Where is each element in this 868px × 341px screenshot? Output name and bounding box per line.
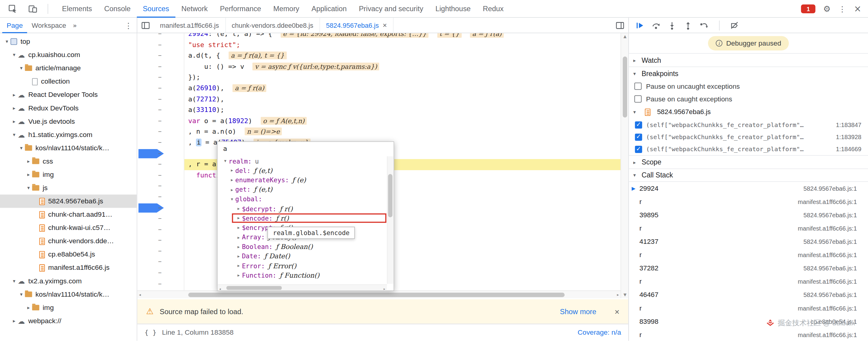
fold-marker[interactable]: − (137, 181, 184, 192)
code-line[interactable] (184, 224, 188, 235)
fold-marker[interactable]: − (137, 246, 184, 257)
fold-marker[interactable]: − (137, 61, 184, 72)
scroll-left-icon[interactable]: ◂ (219, 286, 221, 290)
fold-marker[interactable]: − (137, 137, 184, 148)
popup-property-global[interactable]: global: (218, 194, 386, 204)
tab-network[interactable]: Network (176, 0, 214, 18)
fold-marker[interactable]: − (137, 72, 184, 83)
fold-marker[interactable]: − (137, 192, 184, 202)
fold-marker[interactable]: − (137, 214, 184, 224)
popup-property-boolean[interactable]: Boolean:ƒ Boolean() (218, 242, 386, 252)
code-line[interactable]: , n = a.n(o) n = ()=>e (184, 126, 282, 137)
fold-marker[interactable]: − (137, 268, 184, 279)
more-tabs-icon[interactable]: » (73, 22, 77, 29)
pause-uncaught-checkbox[interactable] (634, 83, 642, 90)
chevron-down-icon[interactable] (222, 159, 229, 164)
chevron-right-icon[interactable] (236, 216, 242, 221)
tree-item-manifest-a1ff6c66-js[interactable]: manifest.a1ff6c66.js (0, 261, 137, 274)
code-line[interactable]: a(26910), a = ƒ r(a) (184, 83, 267, 94)
chevron-right-icon[interactable] (229, 178, 236, 183)
tab-memory[interactable]: Memory (267, 0, 306, 18)
step-out-icon[interactable] (684, 21, 692, 30)
popup-property-del[interactable]: del:ƒ (e,t) (218, 166, 386, 176)
tree-item-img[interactable]: img (0, 301, 137, 314)
chevron-right-icon[interactable] (229, 187, 236, 192)
code-line[interactable] (184, 257, 188, 268)
popup-property-error[interactable]: Error:ƒ Error() (218, 261, 386, 271)
tree-item-chunk-kwai-ui-c57[interactable]: chunk-kwai-ui.c57… (0, 221, 137, 234)
tree-item-chunk-chart-aad91[interactable]: chunk-chart.aad91… (0, 208, 137, 221)
tab-elements[interactable]: Elements (56, 0, 98, 18)
toggle-debugger-pane-icon[interactable] (615, 21, 624, 30)
chevron-right-icon[interactable] (236, 206, 242, 211)
toggle-navigator-icon[interactable] (141, 21, 150, 30)
tree-item-article-manage[interactable]: article/manage (0, 62, 137, 75)
popup-property-function[interactable]: Function:ƒ Function() (218, 271, 386, 280)
file-tab-chunk-vendors-ddee0be8-js[interactable]: chunk-vendors.ddee0be8.js (225, 18, 320, 33)
tree-item-react-developer-tools[interactable]: ☁React Developer Tools (0, 88, 137, 102)
breakpoint-entry[interactable]: (self["webpackChunkks_fe_creator_platfor… (629, 131, 868, 143)
code-line[interactable]: , r = a( (184, 159, 220, 170)
breakpoint-entry[interactable]: (self["webpackChunkks_fe_creator_platfor… (629, 143, 868, 155)
close-tab-icon[interactable]: × (383, 21, 387, 30)
fold-marker[interactable]: − (137, 159, 184, 170)
tree-item-redux-devtools[interactable]: ☁Redux DevTools (0, 102, 137, 115)
inspect-element-icon[interactable] (8, 4, 17, 13)
tree-item-h1-static-yximgs-com[interactable]: ☁h1.static.yximgs.com (0, 128, 137, 141)
fold-marker[interactable]: − (137, 224, 184, 235)
fold-marker[interactable]: − (137, 33, 184, 39)
tab-console[interactable]: Console (98, 0, 136, 18)
chevron-right-icon[interactable] (236, 273, 242, 278)
navigator-menu-icon[interactable]: ⋮ (124, 21, 132, 30)
fold-marker[interactable]: − (137, 235, 184, 246)
settings-gear-icon[interactable]: ⚙ (823, 4, 831, 13)
fold-marker[interactable]: − (137, 83, 184, 94)
code-line[interactable]: "use strict"; (184, 39, 240, 50)
call-stack-frame[interactable]: rmanifest.a1ff6c66.js:1 (629, 275, 868, 288)
scroll-down-icon[interactable]: ▼ (621, 293, 629, 297)
fold-marker[interactable]: − (137, 105, 184, 116)
code-line[interactable] (184, 148, 188, 159)
chevron-right-icon[interactable] (236, 225, 242, 230)
call-stack-frame[interactable]: 299245824.9567eba6.js:1 (629, 182, 868, 195)
step-icon[interactable] (700, 21, 709, 30)
code-line[interactable]: a.d(t, { a = ƒ r(a), t = {} (184, 50, 287, 61)
code-line[interactable] (184, 235, 188, 246)
popup-property-get[interactable]: get:ƒ (e,t) (218, 185, 386, 195)
tree-item-img[interactable]: img (0, 168, 137, 181)
code-line[interactable] (184, 214, 188, 224)
code-line[interactable]: var o = a(18922) o = ƒ A(e,t,n) (184, 116, 307, 126)
tree-item-vue-js-devtools[interactable]: ☁Vue.js devtools (0, 115, 137, 128)
fold-marker[interactable]: − (137, 257, 184, 268)
code-line[interactable] (184, 202, 188, 214)
popup-property-enumeratekeys[interactable]: enumerateKeys:ƒ (e) (218, 175, 386, 185)
tree-item-cp-e8ab0e54-js[interactable]: cp.e8ab0e54.js (0, 248, 137, 261)
scroll-up-icon[interactable]: ▲ (621, 34, 629, 39)
chevron-down-icon[interactable] (229, 197, 236, 202)
show-more-link[interactable]: Show more (560, 307, 596, 316)
popup-property-date[interactable]: Date:ƒ Date() (218, 252, 386, 261)
step-over-icon[interactable] (652, 21, 660, 30)
fold-marker[interactable]: − (137, 94, 184, 105)
fold-marker[interactable]: − (137, 289, 184, 290)
call-stack-frame[interactable]: rmanifest.a1ff6c66.js:1 (629, 248, 868, 262)
close-devtools-icon[interactable]: × (854, 3, 861, 14)
breakpoint-entry[interactable]: (self["webpackChunkks_fe_creator_platfor… (629, 119, 868, 131)
tab-redux[interactable]: Redux (477, 0, 510, 18)
pretty-print-icon[interactable]: { } (144, 329, 156, 337)
editor-horizontal-scrollbar[interactable]: ◂ ▸ (137, 290, 621, 298)
fold-marker[interactable]: − (137, 50, 184, 61)
tree-item-collection[interactable]: collection (0, 75, 137, 88)
call-stack-frame[interactable]: rmanifest.a1ff6c66.js:1 (629, 328, 868, 341)
code-line[interactable]: }); (184, 72, 200, 83)
popup-hscroll-thumb[interactable] (226, 286, 282, 290)
editor-gutter[interactable]: −−−−−−−−−−−−−−−−−−−−−−−−− (137, 33, 184, 290)
vertical-scroll-thumb[interactable] (622, 56, 627, 117)
chevron-right-icon[interactable] (236, 254, 242, 259)
tab-lighthouse[interactable]: Lighthouse (430, 0, 477, 18)
pause-caught-checkbox[interactable] (634, 95, 642, 103)
horizontal-scroll-thumb[interactable] (188, 293, 564, 297)
chevron-right-icon[interactable] (236, 235, 242, 240)
watch-section-header[interactable]: Watch (629, 53, 868, 66)
tree-item-top[interactable]: top (0, 35, 137, 48)
